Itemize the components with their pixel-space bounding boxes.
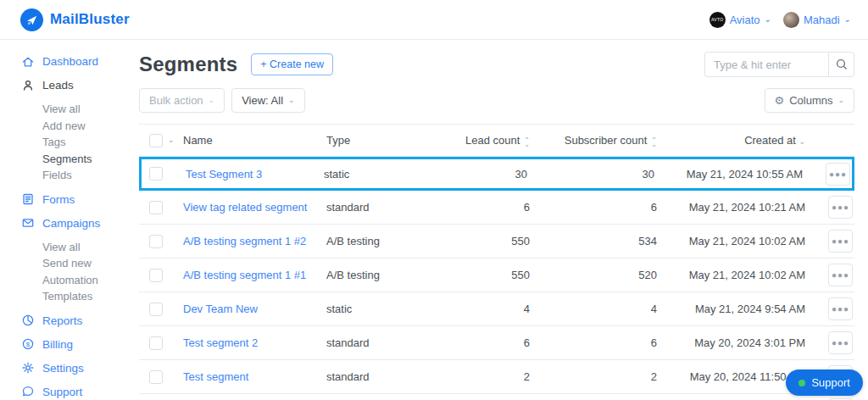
column-header-lead-count[interactable]: Lead count⌃⌄ — [453, 134, 530, 147]
aviato-logo-avatar: AVTO — [709, 12, 726, 28]
bulk-action-button[interactable]: Bulk action ⌄ — [139, 88, 225, 113]
sidebar-item-dashboard[interactable]: Dashboard — [21, 53, 139, 69]
row-checkbox[interactable] — [149, 269, 163, 282]
segment-name-cell: A/B testing segment 1 #1 — [183, 269, 326, 281]
view-filter-label: View: All — [242, 94, 283, 107]
row-actions-button[interactable]: ●●● — [828, 196, 853, 219]
sidebar-subitem-view-all[interactable]: View all — [42, 239, 139, 256]
sidebar-subitem-segments[interactable]: Segments — [42, 151, 139, 168]
chat-icon — [21, 385, 35, 398]
segment-name-link[interactable]: Dev Team New — [183, 303, 258, 315]
segment-name-cell: View tag related segment — [183, 201, 326, 214]
sidebar-subitem-fields[interactable]: Fields — [42, 167, 139, 184]
form-icon — [21, 192, 35, 206]
search-button[interactable] — [828, 52, 854, 77]
sidebar-subitem-add-new[interactable]: Add new — [42, 118, 139, 135]
sidebar-subitem-send-new[interactable]: Send new — [42, 255, 139, 272]
support-chat-button[interactable]: Support — [786, 369, 863, 396]
mailbluster-logo[interactable]: MailBluster — [20, 8, 130, 31]
row-checkbox[interactable] — [149, 303, 163, 316]
row-checkbox-cell — [139, 303, 183, 316]
column-header-type[interactable]: Type — [326, 134, 453, 147]
column-header-subscriber-count[interactable]: Subscriber count⌃⌄ — [530, 134, 657, 147]
column-header-created-at[interactable]: Created at ⌄ — [657, 134, 805, 147]
subscriber-count-cell: 4 — [530, 303, 657, 315]
user-menu[interactable]: Mahadi ⌄ — [783, 12, 851, 28]
segment-name-link[interactable]: Test segment — [183, 370, 248, 383]
create-new-button[interactable]: + Create new — [251, 53, 333, 75]
row-actions-button[interactable]: ●●● — [828, 230, 853, 253]
sidebar-item-label: Dashboard — [42, 53, 98, 69]
sidebar-item-label: Support — [42, 384, 82, 400]
segment-name-link[interactable]: A/B testing segment 1 #2 — [183, 235, 306, 247]
row-actions-cell: ●●● — [805, 264, 854, 286]
sidebar-subitem-templates[interactable]: Templates — [42, 288, 139, 305]
subscriber-count-cell: 6 — [530, 336, 657, 349]
segment-name-link[interactable]: View tag related segment — [183, 201, 307, 214]
chevron-down-icon: ⌄ — [288, 97, 295, 104]
segment-name-cell: Dev Team New — [183, 303, 326, 315]
sidebar-item-billing[interactable]: $Billing — [21, 336, 139, 353]
row-checkbox[interactable] — [149, 336, 163, 350]
table-row: Test segment 2standard66May 20, 2024 3:0… — [139, 326, 854, 360]
user-photo-avatar — [783, 12, 799, 28]
sidebar-item-forms[interactable]: Forms — [21, 192, 139, 208]
sidebar-subitem-automation[interactable]: Automation — [42, 272, 139, 289]
row-checkbox-cell — [142, 167, 186, 181]
sidebar-item-support[interactable]: Support — [21, 384, 139, 400]
segment-type-cell: standard — [326, 370, 453, 383]
row-actions-button[interactable]: ●●● — [828, 331, 853, 354]
row-checkbox[interactable] — [149, 167, 163, 181]
subscriber-count-cell: 520 — [530, 269, 657, 281]
sidebar-item-label: Forms — [42, 192, 75, 208]
sidebar-subitem-view-all[interactable]: View all — [42, 101, 139, 118]
lead-count-cell: 4 — [453, 303, 530, 315]
workspace-menu[interactable]: AVTO Aviato ⌄ — [709, 12, 771, 28]
segment-name-cell: Test Segment 3 — [186, 168, 324, 181]
segment-name-link[interactable]: A/B testing segment 1 #1 — [183, 269, 306, 281]
workspace-name: Aviato — [730, 14, 760, 26]
sort-icon: ⌃⌄ — [524, 139, 530, 147]
sidebar-item-campaigns[interactable]: Campaigns — [21, 215, 139, 231]
row-checkbox-cell — [139, 201, 183, 214]
row-checkbox-cell — [139, 235, 183, 248]
segment-type-cell: static — [324, 168, 451, 181]
column-header-name[interactable]: Name — [183, 134, 326, 147]
row-actions-button[interactable]: ●●● — [826, 163, 850, 186]
sidebar-item-leads[interactable]: Leads — [21, 77, 139, 93]
chevron-down-icon[interactable]: ⌄ — [168, 136, 175, 144]
lead-count-cell: 6 — [453, 336, 530, 349]
chevron-down-icon: ⌄ — [844, 15, 851, 24]
segment-name-link[interactable]: Test segment 2 — [183, 336, 258, 349]
sidebar-item-settings[interactable]: Settings — [21, 360, 139, 376]
support-chat-label: Support — [811, 376, 850, 389]
columns-button[interactable]: ⚙ Columns ⌄ — [765, 88, 855, 113]
search-input[interactable] — [704, 52, 828, 77]
segment-type-cell: A/B testing — [326, 235, 453, 247]
sidebar-subitem-tags[interactable]: Tags — [42, 134, 139, 151]
table-row-partial: ●●● — [139, 394, 854, 400]
sidebar-item-label: Leads — [42, 77, 74, 93]
online-status-icon — [798, 380, 805, 386]
row-actions-button[interactable]: ●●● — [828, 297, 853, 320]
main-content: Segments + Create new Bulk action ⌄ — [139, 40, 868, 400]
row-actions-button[interactable]: ●●● — [828, 264, 853, 286]
view-filter-button[interactable]: View: All ⌄ — [231, 88, 304, 113]
brand-wordmark: MailBluster — [50, 11, 130, 28]
account-menus: AVTO Aviato ⌄ Mahadi ⌄ — [709, 12, 851, 28]
created-at-cell: May 20, 2024 3:01 PM — [657, 336, 805, 349]
segment-name-cell: Test segment 2 — [183, 336, 326, 349]
search-icon — [836, 58, 848, 70]
created-at-cell: May 21, 2024 10:02 AM — [657, 269, 805, 281]
row-checkbox[interactable] — [149, 370, 163, 384]
row-checkbox[interactable] — [149, 235, 163, 248]
select-all-checkbox[interactable] — [149, 134, 163, 147]
svg-text:$: $ — [26, 341, 31, 348]
sidebar-item-label: Campaigns — [42, 215, 100, 231]
columns-label: Columns — [789, 94, 832, 107]
sidebar-item-reports[interactable]: Reports — [21, 313, 139, 329]
row-checkbox[interactable] — [149, 201, 163, 214]
lead-count-cell: 2 — [453, 370, 530, 383]
segment-name-link[interactable]: Test Segment 3 — [186, 168, 262, 181]
sidebar-item-label: Settings — [42, 360, 84, 376]
